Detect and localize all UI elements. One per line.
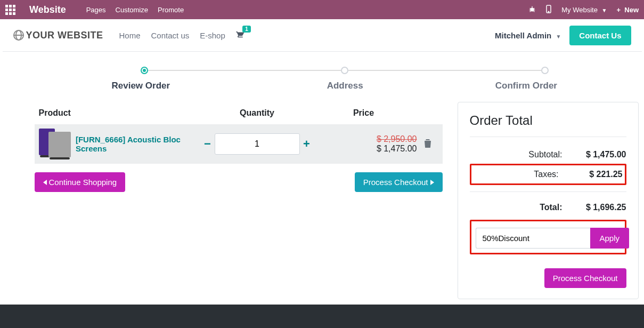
topbar-right: My Website ▼ + New bbox=[528, 5, 639, 15]
wizard-step-address[interactable] bbox=[341, 67, 348, 74]
card-process-checkout-button[interactable]: Process Checkout bbox=[544, 268, 626, 288]
globe-icon bbox=[13, 30, 24, 41]
svg-line-2 bbox=[530, 8, 531, 9]
nav-contact-us[interactable]: Contact us bbox=[151, 31, 190, 40]
product-thumbnail bbox=[39, 127, 69, 161]
th-price: Price bbox=[311, 108, 417, 118]
website-switcher[interactable]: My Website ▼ bbox=[561, 6, 607, 14]
trash-icon bbox=[424, 139, 431, 148]
remove-line-button[interactable] bbox=[417, 139, 438, 149]
site-logo-text: YOUR WEBSITE bbox=[26, 30, 103, 41]
svg-line-7 bbox=[534, 11, 535, 12]
order-total-title: Order Total bbox=[470, 113, 626, 128]
wizard-label-confirm: Confirm Order bbox=[443, 81, 609, 91]
th-quantity: Quantity bbox=[204, 108, 311, 118]
top-link-customize[interactable]: Customize bbox=[116, 6, 148, 14]
continue-shopping-label: Continue Shopping bbox=[49, 178, 117, 187]
order-total-card: Order Total Subtotal: $ 1,475.00 Taxes: … bbox=[458, 102, 639, 299]
subtotal-row: Subtotal: $ 1,475.00 bbox=[470, 146, 626, 164]
plus-icon: + bbox=[616, 6, 621, 14]
wizard-label-review: Review Order bbox=[35, 81, 248, 91]
top-link-promote[interactable]: Promote bbox=[158, 6, 184, 14]
page-footer bbox=[0, 305, 644, 328]
chevron-down-icon: ▼ bbox=[556, 34, 561, 39]
product-name-link[interactable]: [FURN_6666] Acoustic Bloc Screens bbox=[76, 135, 204, 153]
top-link-pages[interactable]: Pages bbox=[86, 6, 106, 14]
user-menu[interactable]: Mitchell Admin ▼ bbox=[495, 31, 561, 40]
cart-actions: Continue Shopping Process Checkout bbox=[35, 172, 443, 192]
total-row: Total: $ 1,696.25 bbox=[470, 198, 626, 217]
checkout-wizard: Review Order Address Confirm Order bbox=[35, 67, 610, 91]
chevron-down-icon: ▼ bbox=[602, 7, 607, 13]
cart-line-item: [FURN_6666] Acoustic Bloc Screens − + $ … bbox=[35, 124, 443, 164]
apply-promo-button[interactable]: Apply bbox=[590, 228, 630, 249]
site-nav: Home Contact us E-shop bbox=[119, 31, 225, 40]
chevron-left-icon bbox=[43, 180, 47, 185]
cart-table-header: Product Quantity Price bbox=[35, 102, 443, 124]
wizard-step-confirm[interactable] bbox=[541, 67, 549, 74]
contact-us-button[interactable]: Contact Us bbox=[569, 26, 631, 45]
taxes-label: Taxes: bbox=[474, 170, 580, 179]
app-brand[interactable]: Website bbox=[29, 4, 66, 15]
website-switcher-label: My Website bbox=[561, 6, 598, 14]
taxes-value: $ 221.25 bbox=[580, 170, 623, 179]
continue-shopping-button[interactable]: Continue Shopping bbox=[35, 172, 126, 192]
th-product: Product bbox=[39, 108, 204, 118]
price-original: $ 2,950.00 bbox=[311, 134, 417, 144]
cart-button[interactable]: 1 bbox=[234, 30, 244, 41]
qty-input[interactable] bbox=[215, 133, 300, 155]
process-checkout-button[interactable]: Process Checkout bbox=[355, 172, 443, 192]
cart-table: Product Quantity Price [FURN_6666] Acous… bbox=[35, 102, 443, 164]
qty-increase-button[interactable]: + bbox=[303, 137, 311, 151]
wizard-label-address: Address bbox=[247, 81, 443, 91]
site-logo[interactable]: YOUR WEBSITE bbox=[13, 30, 103, 41]
process-checkout-label: Process Checkout bbox=[363, 178, 428, 187]
mobile-icon[interactable] bbox=[545, 5, 552, 15]
promo-code-input[interactable] bbox=[476, 228, 590, 249]
bug-icon[interactable] bbox=[528, 5, 536, 14]
subtotal-value: $ 1,475.00 bbox=[584, 150, 626, 159]
subtotal-label: Subtotal: bbox=[470, 150, 584, 159]
taxes-row: Taxes: $ 221.25 bbox=[474, 167, 623, 181]
site-header: YOUR WEBSITE Home Contact us E-shop 1 Mi… bbox=[3, 19, 642, 52]
nav-home[interactable]: Home bbox=[119, 31, 141, 40]
promo-highlight: Apply bbox=[470, 220, 626, 254]
total-label: Total: bbox=[470, 203, 584, 212]
total-value: $ 1,696.25 bbox=[584, 203, 626, 212]
nav-eshop[interactable]: E-shop bbox=[200, 31, 225, 40]
wizard-step-review[interactable] bbox=[141, 67, 148, 74]
promo-row: Apply bbox=[476, 228, 621, 249]
app-topbar: Website Pages Customize Promote My Websi… bbox=[0, 0, 644, 19]
site-header-right: Mitchell Admin ▼ Contact Us bbox=[495, 26, 631, 45]
topbar-left: Website Pages Customize Promote bbox=[5, 4, 184, 15]
svg-point-0 bbox=[531, 7, 534, 11]
svg-line-6 bbox=[530, 11, 531, 12]
svg-line-3 bbox=[534, 8, 535, 9]
cart-badge: 1 bbox=[242, 26, 251, 33]
new-button-label: New bbox=[624, 6, 639, 14]
chevron-right-icon bbox=[430, 180, 434, 185]
svg-point-9 bbox=[548, 11, 549, 12]
qty-decrease-button[interactable]: − bbox=[204, 137, 211, 151]
taxes-highlight: Taxes: $ 221.25 bbox=[470, 164, 626, 185]
cart-section: Product Quantity Price [FURN_6666] Acous… bbox=[35, 102, 443, 192]
apps-icon[interactable] bbox=[5, 5, 15, 15]
new-button[interactable]: + New bbox=[616, 6, 639, 14]
price-discounted: $ 1,475.00 bbox=[311, 144, 417, 154]
user-menu-label: Mitchell Admin bbox=[495, 31, 551, 40]
